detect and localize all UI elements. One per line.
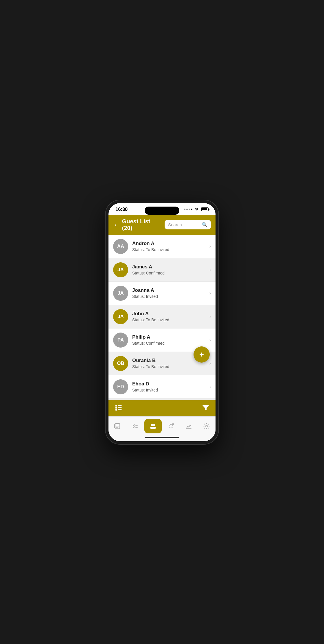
nav-item-settings[interactable] (198, 419, 215, 433)
guest-item[interactable]: ED Ehoa D Status: Invited › (108, 375, 216, 399)
list-icon (114, 404, 122, 412)
guest-info: Joanna A Status: Invited (132, 287, 205, 299)
list-view-button[interactable] (114, 404, 122, 413)
guest-name: Andron A (132, 241, 205, 246)
chevron-right-icon: › (209, 337, 211, 343)
events-icon (167, 423, 174, 430)
search-icon: 🔍 (202, 222, 207, 227)
guest-info: John A Status: To Be Invited (132, 311, 205, 322)
svg-rect-1 (115, 407, 117, 409)
svg-point-14 (153, 424, 155, 426)
guest-name: James A (132, 264, 205, 270)
status-time: 16:30 (115, 207, 128, 212)
nav-item-agenda[interactable] (109, 419, 126, 433)
svg-rect-4 (118, 407, 122, 408)
search-placeholder: Search (168, 222, 199, 227)
svg-line-18 (173, 423, 174, 424)
guest-name: Philip A (132, 334, 205, 340)
settings-icon (203, 423, 210, 430)
guest-info: Andron A Status: To Be Invited (132, 241, 205, 252)
svg-point-16 (152, 427, 156, 429)
svg-line-21 (189, 425, 190, 427)
agenda-icon (114, 423, 121, 430)
phone-frame: 16:30 ‹ G (106, 200, 218, 444)
guest-item[interactable]: JA John A Status: To Be Invited › (108, 305, 216, 329)
guest-info: Philip A Status: Confirmed (132, 334, 205, 346)
nav-item-events[interactable] (162, 419, 180, 433)
add-guest-button[interactable]: + (194, 346, 210, 363)
avatar: AA (113, 239, 128, 254)
guest-item[interactable]: AA Andron A Status: To Be Invited › (108, 235, 216, 258)
status-icons (184, 207, 209, 211)
filter-icon (202, 404, 210, 412)
svg-rect-5 (118, 409, 122, 410)
guests-icon (149, 423, 157, 430)
guest-status: Status: Confirmed (132, 341, 205, 346)
chevron-right-icon: › (209, 361, 211, 366)
guest-status: Status: Invited (132, 388, 205, 392)
bottom-nav (108, 416, 216, 435)
page-title: Guest List (20) (122, 218, 161, 231)
svg-point-24 (206, 425, 207, 427)
back-button[interactable]: ‹ (113, 221, 119, 229)
svg-line-19 (187, 426, 188, 428)
nav-item-stats[interactable] (180, 419, 197, 433)
header: ‹ Guest List (20) Search 🔍 (108, 215, 216, 235)
svg-point-13 (151, 424, 153, 426)
avatar: JA (113, 262, 128, 277)
battery-icon (201, 207, 209, 211)
filter-button[interactable] (202, 404, 210, 413)
guest-list: AA Andron A Status: To Be Invited › JA J… (108, 235, 216, 400)
signal-icon (184, 209, 192, 210)
svg-rect-3 (118, 405, 122, 406)
search-box[interactable]: Search 🔍 (165, 220, 211, 229)
guest-status: Status: To Be Invited (132, 318, 205, 322)
guest-status: Status: Invited (132, 294, 205, 299)
guest-status: Status: To Be Invited (132, 364, 205, 369)
notch (145, 207, 179, 215)
home-bar (145, 437, 179, 438)
home-indicator (108, 435, 216, 441)
guest-status: Status: Confirmed (132, 271, 205, 275)
wifi-icon (194, 207, 199, 211)
status-bar: 16:30 (108, 203, 216, 215)
avatar: PA (113, 333, 128, 348)
toolbar (108, 400, 216, 416)
svg-line-22 (190, 425, 191, 426)
guest-name: John A (132, 311, 205, 317)
tasks-icon (132, 423, 139, 430)
avatar: ED (113, 379, 128, 394)
svg-rect-2 (115, 409, 117, 411)
avatar: JA (113, 309, 128, 324)
guest-info: James A Status: Confirmed (132, 264, 205, 275)
avatar: OB (113, 356, 128, 371)
plus-icon: + (199, 350, 204, 359)
chevron-right-icon: › (209, 291, 211, 296)
guest-status: Status: To Be Invited (132, 247, 205, 252)
avatar: JA (113, 286, 128, 301)
chevron-right-icon: › (209, 267, 211, 272)
stats-icon (185, 423, 192, 430)
guest-item[interactable]: TD Thomas D Status: Confirmed › (108, 399, 216, 400)
nav-item-guests[interactable] (144, 419, 162, 433)
nav-item-tasks[interactable] (126, 419, 144, 433)
phone-screen: 16:30 ‹ G (108, 203, 216, 441)
chevron-right-icon: › (209, 384, 211, 389)
guest-item[interactable]: JA James A Status: Confirmed › (108, 258, 216, 282)
guest-name: Joanna A (132, 287, 205, 293)
svg-rect-0 (115, 405, 117, 407)
guest-info: Ourania B Status: To Be Invited (132, 358, 205, 369)
guest-name: Ehoa D (132, 381, 205, 387)
guest-item[interactable]: JA Joanna A Status: Invited › (108, 282, 216, 305)
chevron-right-icon: › (209, 244, 211, 249)
chevron-right-icon: › (209, 314, 211, 319)
guest-info: Ehoa D Status: Invited (132, 381, 205, 392)
